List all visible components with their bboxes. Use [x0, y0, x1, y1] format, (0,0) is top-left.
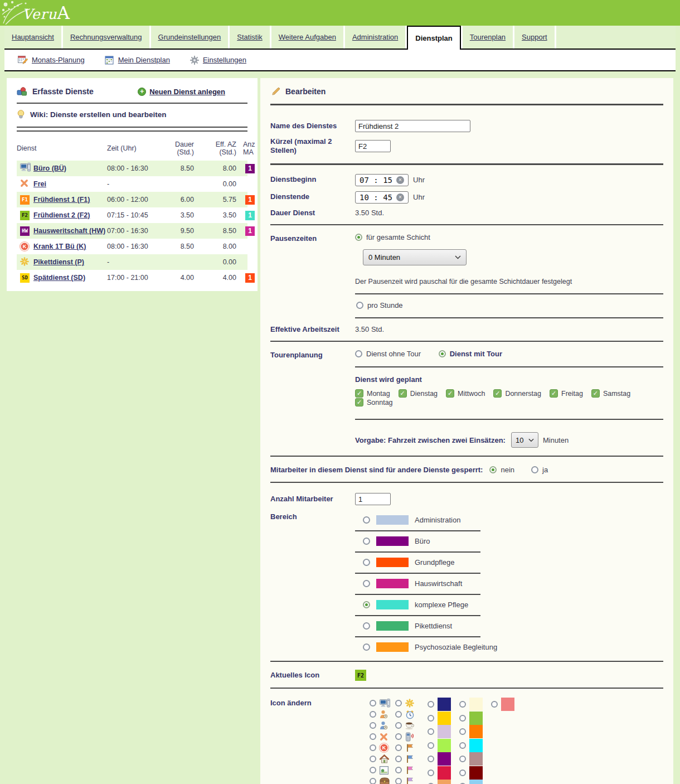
- icon-choice-alarm-clock-icon[interactable]: [395, 709, 415, 720]
- color-choice-radio[interactable]: [428, 756, 434, 762]
- tab-grundeinstellungen[interactable]: Grundeinstellungen: [151, 26, 229, 49]
- color-choice-d5c2de[interactable]: [428, 725, 451, 739]
- icon-choice-flag-blue-icon[interactable]: [395, 753, 415, 764]
- color-choice-ffd200[interactable]: [428, 712, 451, 725]
- subnav-link-monats-planung[interactable]: Monats-Planung: [32, 56, 85, 64]
- name-input[interactable]: [355, 120, 470, 132]
- icon-choice-radio[interactable]: [370, 744, 376, 751]
- color-choice-f2a360[interactable]: [428, 780, 451, 784]
- bereich-radio-hauswirtschaft[interactable]: [363, 580, 370, 587]
- tab-dienstplan[interactable]: Dienstplan: [407, 26, 460, 50]
- day-option-montag[interactable]: ✓Montag: [355, 389, 390, 398]
- color-choice-radio[interactable]: [459, 756, 466, 762]
- service-link-krank-1t-b-k[interactable]: Krank 1T Bü (K): [33, 243, 86, 250]
- bereich-option-hauswirtschaft[interactable]: Hauswirtschaft: [355, 574, 663, 588]
- tour-mit-radio[interactable]: [439, 350, 446, 357]
- dienstende-input[interactable]: 10 : 45 ×: [355, 191, 409, 204]
- service-link-pikettdienst-p[interactable]: Pikettdienst (P): [33, 258, 84, 266]
- subnav-item-einstellungen[interactable]: Einstellungen: [190, 56, 246, 65]
- icon-choice-radio[interactable]: [395, 722, 402, 729]
- color-choice-radio[interactable]: [459, 770, 466, 776]
- color-choice-radio[interactable]: [428, 728, 434, 735]
- bereich-radio-b-ro[interactable]: [363, 538, 370, 545]
- icon-choice-radio[interactable]: [370, 711, 376, 718]
- color-choice-radio[interactable]: [459, 742, 466, 749]
- tab-tourenplan[interactable]: Tourenplan: [463, 26, 513, 49]
- icon-choice-krank-icon[interactable]: K: [370, 742, 390, 753]
- icon-choice-radio[interactable]: [370, 778, 376, 784]
- color-choice-dc1843[interactable]: [428, 766, 451, 780]
- tab-weitere-aufgaben[interactable]: Weitere Aufgaben: [271, 26, 343, 49]
- icon-choice-picture-icon[interactable]: [370, 764, 390, 776]
- color-choice-radio[interactable]: [459, 701, 466, 708]
- wiki-link[interactable]: Wiki: Dienste erstellen und bearbeiten: [12, 106, 252, 122]
- icon-choice-radio[interactable]: [395, 756, 402, 762]
- gesperrt-ja-radio[interactable]: [531, 466, 538, 473]
- icon-choice-radio[interactable]: [370, 722, 376, 729]
- fahrzeit-select[interactable]: 10: [511, 432, 538, 448]
- icon-choice-person-blue-icon[interactable]: [370, 720, 390, 731]
- bereich-option-pikettdienst[interactable]: Pikettdienst: [355, 616, 663, 631]
- wiki-link-label[interactable]: Wiki: Dienste erstellen und bearbeiten: [30, 110, 166, 119]
- icon-choice-chest-icon[interactable]: [370, 776, 390, 784]
- service-link-frei[interactable]: Frei: [33, 180, 46, 188]
- color-choice-23237d[interactable]: [428, 698, 451, 712]
- bereich-radio-administration[interactable]: [363, 516, 370, 524]
- icon-choice-asterisk-icon[interactable]: [395, 698, 415, 709]
- day-option-freitag[interactable]: ✓Freitag: [550, 389, 583, 398]
- bereich-radio-komplexe-pflege[interactable]: [363, 601, 370, 608]
- dienstbeginn-input[interactable]: 07 : 15 ×: [355, 174, 409, 186]
- icon-choice-house-icon[interactable]: [370, 753, 390, 764]
- pause-schicht-option[interactable]: für gesamte Schicht: [355, 233, 430, 241]
- tab-support[interactable]: Support: [514, 26, 555, 49]
- pause-stunde-radio[interactable]: [356, 302, 363, 309]
- bereich-option-grundpflege[interactable]: Grundpflege: [355, 553, 663, 567]
- day-checkbox-freitag[interactable]: ✓: [550, 389, 558, 398]
- pause-schicht-radio[interactable]: [355, 234, 362, 241]
- gesperrt-nein-option[interactable]: nein: [489, 466, 514, 474]
- color-choice-radio[interactable]: [491, 701, 498, 708]
- tab-administration[interactable]: Administration: [345, 26, 405, 49]
- icon-choice-computer-icon[interactable]: [370, 698, 390, 709]
- icon-choice-flag-lilac-icon[interactable]: [395, 776, 415, 784]
- subnav-item-monats-planung[interactable]: Monats-Planung: [18, 55, 85, 65]
- color-choice-radio[interactable]: [428, 715, 434, 722]
- icon-choice-phone-icon[interactable]: [395, 731, 415, 742]
- day-option-samstag[interactable]: ✓Samstag: [591, 389, 630, 398]
- service-link-sp-tdienst-sd[interactable]: Spätdienst (SD): [33, 274, 85, 282]
- anzahl-mitarbeiter-input[interactable]: [355, 493, 391, 505]
- bereich-option-psychosoziale-begleitung[interactable]: Psychosoziale Begleitung: [355, 637, 663, 652]
- pause-minutes-select[interactable]: 0 Minuten: [363, 249, 467, 265]
- color-choice-b28d8d[interactable]: [459, 752, 483, 766]
- color-choice-800080[interactable]: [428, 752, 451, 766]
- day-option-dienstag[interactable]: ✓Dienstag: [399, 389, 438, 398]
- icon-choice-radio[interactable]: [395, 778, 402, 784]
- day-checkbox-mittwoch[interactable]: ✓: [446, 389, 454, 398]
- color-choice-f08080[interactable]: [491, 698, 514, 712]
- color-choice-radio[interactable]: [459, 715, 466, 722]
- icon-choice-flag-orange-icon[interactable]: [395, 742, 415, 753]
- icon-choice-radio[interactable]: [395, 711, 402, 718]
- icon-choice-radio[interactable]: [395, 767, 402, 773]
- day-option-mittwoch[interactable]: ✓Mittwoch: [446, 389, 485, 398]
- color-choice-7d0000[interactable]: [459, 766, 483, 780]
- icon-choice-radio[interactable]: [370, 756, 376, 762]
- new-service-link-label[interactable]: Neuen Dienst anlegen: [149, 88, 225, 96]
- icon-choice-radio[interactable]: [370, 733, 376, 740]
- day-option-sonntag[interactable]: ✓Sonntag: [355, 398, 393, 406]
- color-choice-radio[interactable]: [459, 728, 466, 735]
- icon-choice-radio[interactable]: [370, 767, 376, 773]
- tab-statistik[interactable]: Statistik: [230, 26, 270, 49]
- pause-stunde-option[interactable]: pro Stunde: [356, 301, 403, 309]
- color-choice-fdf8d7[interactable]: [459, 698, 483, 712]
- new-service-link[interactable]: + Neuen Dienst anlegen: [138, 88, 225, 96]
- icon-choice-radio[interactable]: [395, 700, 402, 706]
- tour-ohne-radio[interactable]: [355, 350, 362, 357]
- icon-choice-radio[interactable]: [395, 733, 402, 740]
- bereich-radio-grundpflege[interactable]: [363, 559, 370, 566]
- color-choice-radio[interactable]: [428, 742, 434, 749]
- service-link-fr-hdienst-1-f1[interactable]: Frühdienst 1 (F1): [33, 196, 90, 204]
- service-link-fr-hdienst-2-f2[interactable]: Frühdienst 2 (F2): [33, 211, 90, 219]
- subnav-link-einstellungen[interactable]: Einstellungen: [203, 56, 246, 64]
- icon-choice-cross-icon[interactable]: [370, 731, 390, 742]
